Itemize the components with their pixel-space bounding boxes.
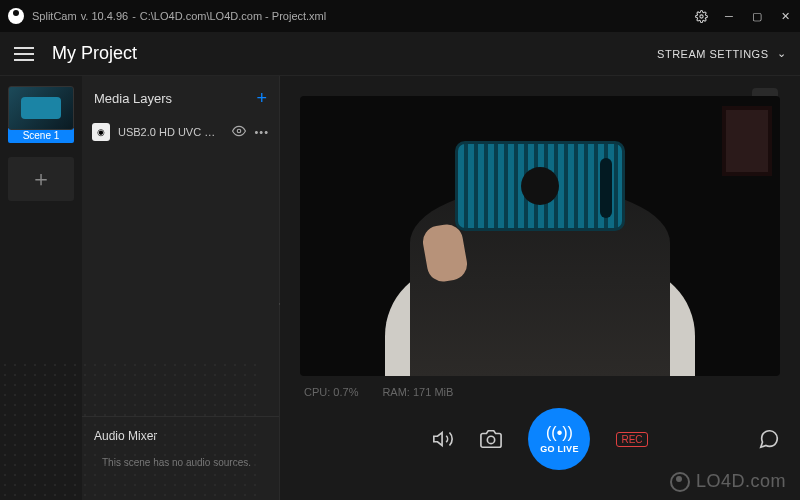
chevron-down-icon: ⌄: [777, 47, 787, 60]
menu-hamburger-icon[interactable]: [14, 47, 34, 61]
preview-bg-frame: [722, 106, 772, 176]
go-live-button[interactable]: ((•)) GO LIVE: [528, 408, 590, 470]
svg-point-1: [238, 129, 242, 133]
svg-marker-2: [434, 433, 442, 446]
scene-thumbnail: [8, 86, 74, 130]
audio-output-button[interactable]: [432, 428, 454, 450]
record-label: REC: [621, 434, 642, 445]
title-separator: -: [132, 10, 136, 22]
record-button[interactable]: REC: [616, 432, 647, 447]
app-version: v. 10.4.96: [81, 10, 129, 22]
snapshot-button[interactable]: [480, 428, 502, 450]
scene-item[interactable]: Scene 1: [8, 86, 74, 143]
webcam-source-icon: ◉: [92, 123, 110, 141]
cpu-stat: CPU: 0.7%: [304, 386, 358, 398]
watermark: LO4D.com: [670, 471, 786, 492]
visibility-toggle-icon[interactable]: [232, 124, 246, 140]
add-layer-button[interactable]: +: [256, 88, 267, 109]
preview-area: ☀ adidassopipo CPU: 0.7% RAM: 171 MiB: [280, 76, 800, 500]
project-title: My Project: [52, 43, 137, 64]
video-preview[interactable]: adidassopipo: [300, 96, 780, 376]
titlebar: SplitCam v. 10.4.96 - C:\LO4D.com\LO4D.c…: [0, 0, 800, 32]
audio-mixer-panel: Audio Mixer This scene has no audio sour…: [82, 416, 279, 500]
go-live-label: GO LIVE: [540, 444, 579, 454]
broadcast-icon: ((•)): [546, 424, 573, 442]
plus-icon: ＋: [30, 164, 52, 194]
svg-point-0: [699, 14, 702, 17]
preview-phone: [455, 141, 625, 231]
project-path: C:\LO4D.com\LO4D.com - Project.xml: [140, 10, 326, 22]
window-maximize-button[interactable]: ▢: [750, 9, 764, 23]
settings-gear-icon[interactable]: [694, 9, 708, 23]
svg-point-3: [488, 436, 495, 443]
audio-mixer-title: Audio Mixer: [94, 429, 267, 443]
window-minimize-button[interactable]: ─: [722, 9, 736, 23]
watermark-text: LO4D.com: [696, 471, 786, 492]
stream-settings-label: STREAM SETTINGS: [657, 48, 768, 60]
app-logo-icon: [8, 8, 24, 24]
watermark-icon: [670, 472, 690, 492]
stream-settings-button[interactable]: STREAM SETTINGS ⌄: [657, 47, 786, 60]
header: My Project STREAM SETTINGS ⌄: [0, 32, 800, 76]
scenes-panel: Scene 1 ＋: [0, 76, 82, 500]
controls-bar: ((•)) GO LIVE REC: [300, 402, 780, 472]
stats-bar: CPU: 0.7% RAM: 171 MiB: [300, 376, 780, 402]
chat-button[interactable]: [758, 428, 780, 450]
window-close-button[interactable]: ✕: [778, 9, 792, 23]
app-name: SplitCam: [32, 10, 77, 22]
layer-more-button[interactable]: •••: [254, 126, 269, 138]
ram-stat: RAM: 171 MiB: [382, 386, 453, 398]
media-layers-title: Media Layers: [94, 91, 172, 106]
layer-name: USB2.0 HD UVC WebC…: [118, 126, 224, 138]
layer-item[interactable]: ◉ USB2.0 HD UVC WebC… •••: [82, 117, 279, 147]
sidebar: Media Layers + ◉ USB2.0 HD UVC WebC… •••…: [82, 76, 280, 500]
add-scene-button[interactable]: ＋: [8, 157, 74, 201]
audio-mixer-empty-text: This scene has no audio sources.: [94, 453, 267, 488]
scene-label: Scene 1: [8, 128, 74, 143]
